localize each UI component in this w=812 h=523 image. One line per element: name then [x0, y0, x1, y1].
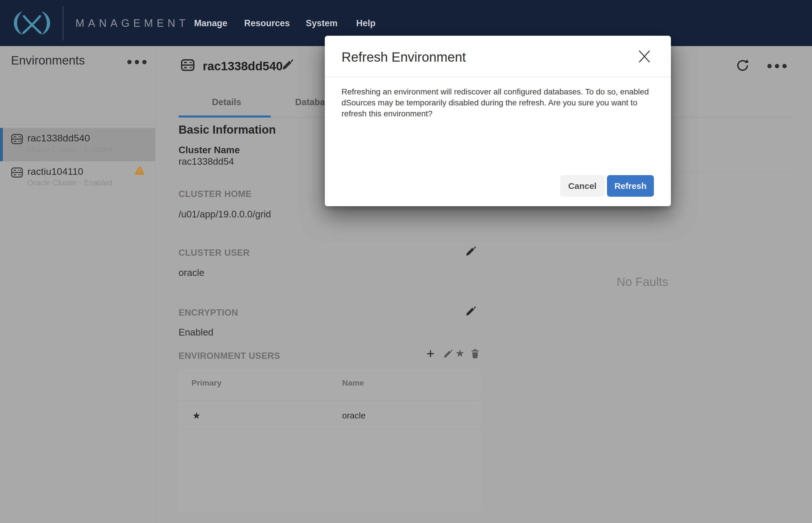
cluster-name-label: Cluster Name — [179, 145, 240, 156]
delphix-logo-icon[interactable] — [11, 9, 54, 37]
encryption-label: ENCRYPTION — [179, 308, 238, 318]
column-header-primary[interactable]: Primary — [191, 378, 221, 387]
environment-icon — [181, 58, 195, 72]
cluster-user-value: oracle — [179, 267, 204, 278]
refresh-icon[interactable] — [736, 59, 749, 72]
environment-users-table: Primary Name ★ oracle — [179, 370, 480, 511]
server-icon — [11, 166, 23, 179]
sidebar-divider — [0, 124, 155, 125]
edit-environment-icon[interactable] — [281, 59, 293, 71]
user-name-cell: oracle — [342, 411, 366, 420]
cluster-home-label: CLUSTER HOME — [179, 189, 252, 199]
environment-title: rac1338dd540 — [203, 59, 283, 73]
tab-details[interactable]: Details — [212, 97, 241, 107]
environment-status: Oracle Cluster - Enabled — [27, 145, 113, 154]
sidebar-item-rac1338dd540[interactable]: rac1338dd540 Oracle Cluster - Enabled — [0, 128, 155, 161]
dialog-title: Refresh Environment — [342, 49, 466, 65]
sidebar-item-ractiu104110[interactable]: ractiu104110 Oracle Cluster - Enabled — [0, 161, 155, 195]
environments-sidebar: Environments rac1338dd540 Or — [0, 46, 155, 523]
nav-item-manage[interactable]: Manage — [194, 18, 227, 29]
delete-user-trash-icon[interactable] — [471, 348, 479, 359]
refresh-confirm-button[interactable]: Refresh — [607, 175, 654, 197]
warning-icon — [135, 166, 145, 175]
cluster-home-value: /u01/app/19.0.0.0/grid — [179, 209, 271, 220]
section-heading: Basic Information — [179, 123, 276, 136]
nav-divider — [63, 6, 63, 40]
close-icon[interactable] — [638, 50, 651, 64]
server-icon — [11, 133, 23, 145]
sidebar-title: Environments — [11, 54, 85, 67]
environment-name: ractiu104110 — [27, 166, 83, 177]
cluster-user-label: CLUSTER USER — [179, 248, 250, 258]
set-primary-user-star-icon[interactable]: ★ — [455, 347, 464, 359]
edit-user-icon[interactable] — [443, 349, 453, 359]
environment-status: Oracle Cluster - Enabled — [27, 179, 113, 187]
refresh-environment-dialog: Refresh Environment Refreshing an enviro… — [325, 36, 671, 206]
no-faults-placeholder: No Faults — [582, 275, 703, 289]
nav-item-system[interactable]: System — [306, 18, 337, 29]
active-tab-indicator — [179, 115, 271, 118]
application-window: MANAGEMENT Manage Resources System Help … — [0, 0, 812, 523]
environment-actions-menu-button[interactable] — [768, 64, 787, 68]
nav-item-help[interactable]: Help — [356, 18, 375, 29]
table-row[interactable]: ★ oracle — [179, 401, 480, 430]
dialog-message: Refreshing an environment will rediscove… — [342, 86, 657, 119]
column-header-name[interactable]: Name — [342, 378, 364, 387]
cancel-button[interactable]: Cancel — [560, 175, 605, 197]
environment-name: rac1338dd540 — [27, 132, 90, 144]
environment-users-label: ENVIRONMENT USERS — [179, 351, 280, 361]
brand-title: MANAGEMENT — [75, 17, 189, 29]
add-user-icon[interactable]: + — [426, 346, 435, 361]
primary-star-cell: ★ — [192, 410, 201, 421]
edit-cluster-user-icon[interactable] — [465, 246, 476, 257]
table-divider — [179, 430, 480, 430]
nav-item-resources[interactable]: Resources — [244, 18, 290, 29]
cluster-name-value: rac1338dd54 — [179, 156, 234, 167]
sidebar-menu-button[interactable] — [127, 60, 147, 64]
edit-encryption-icon[interactable] — [465, 306, 476, 317]
encryption-value: Enabled — [179, 327, 214, 338]
